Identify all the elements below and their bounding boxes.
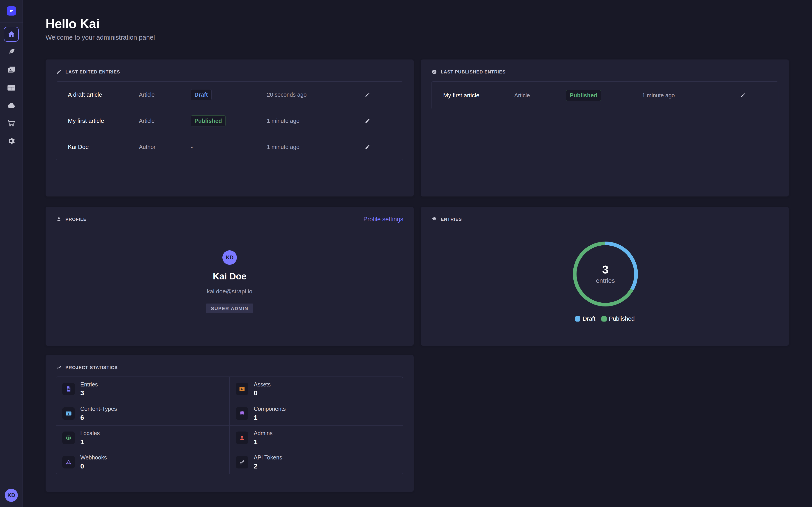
strapi-logo-button[interactable]: [7, 6, 16, 15]
entry-type: Author: [139, 144, 191, 150]
table-row[interactable]: My first article Article Published 1 min…: [56, 108, 403, 134]
panel-entries: ENTRIES 3 entries Draft Published: [421, 207, 789, 346]
table-row[interactable]: My first article Article Published 1 min…: [432, 81, 778, 109]
table-row[interactable]: A draft article Article Draft 20 seconds…: [56, 81, 403, 108]
edit-entry-button[interactable]: [740, 92, 746, 99]
legend-swatch-draft: [575, 316, 580, 322]
stat-label: Webhooks: [80, 454, 107, 461]
sidebar-item-home[interactable]: [4, 27, 19, 42]
panel-header: LAST EDITED ENTRIES: [56, 69, 120, 75]
stat-value: 0: [80, 462, 107, 470]
panel-header: ENTRIES: [431, 216, 462, 222]
user-avatar-initials: KD: [7, 492, 15, 498]
gear-icon: [7, 136, 16, 146]
sidebar-item-marketplace[interactable]: [6, 118, 16, 128]
profile-avatar-initials: KD: [226, 255, 234, 261]
entry-name: A draft article: [68, 91, 139, 98]
status-badge: -: [191, 144, 193, 151]
entry-type: Article: [514, 92, 566, 99]
cart-icon: [7, 119, 16, 128]
edit-entry-button[interactable]: [364, 118, 371, 124]
panel-header: PROJECT STATISTICS: [56, 364, 118, 371]
webhook-icon: [62, 456, 75, 468]
panel-title: ENTRIES: [441, 217, 462, 222]
check-circle-icon: [431, 69, 437, 75]
sidebar-item-settings[interactable]: [6, 136, 16, 146]
picture-icon: [236, 383, 248, 395]
entry-name: My first article: [443, 92, 514, 99]
stat-label: Content-Types: [80, 406, 117, 412]
person-icon: [236, 432, 248, 444]
profile-avatar: KD: [222, 250, 237, 265]
sidebar-divider-bottom: [0, 484, 22, 484]
profile-name: Kai Doe: [213, 271, 247, 282]
entry-status: Published: [566, 90, 642, 101]
stat-value: 2: [254, 462, 282, 470]
sidebar-item-content-manager[interactable]: [6, 47, 16, 57]
stat-content-types: Content-Types6: [56, 401, 230, 426]
edit-entry-button[interactable]: [364, 92, 371, 98]
stats-grid: Entries3 Assets0 Content-Types6 Componen…: [56, 377, 403, 474]
entries-legend: Draft Published: [421, 315, 789, 322]
panel-profile: PROFILE Profile settings KD Kai Doe kai.…: [46, 207, 414, 346]
trend-up-icon: [56, 364, 62, 371]
stat-assets: Assets0: [230, 377, 403, 401]
user-avatar[interactable]: KD: [5, 489, 18, 502]
sidebar-item-deploy[interactable]: [6, 101, 16, 110]
panel-last-edited-entries: LAST EDITED ENTRIES A draft article Arti…: [46, 59, 414, 196]
strapi-admin-dashboard: KD Hello Kai Welcome to your administrat…: [0, 0, 812, 507]
entry-name: Kai Doe: [68, 144, 139, 151]
edit-entry-button[interactable]: [364, 144, 371, 150]
stat-admins: Admins1: [230, 426, 403, 450]
page-subtitle: Welcome to your administration panel: [46, 34, 155, 41]
status-badge: Published: [566, 90, 601, 101]
sidebar: KD: [0, 0, 23, 507]
stat-api-tokens: API Tokens2: [230, 450, 403, 474]
legend-item-published: Published: [601, 315, 635, 322]
sidebar-item-content-type-builder[interactable]: [6, 83, 16, 93]
stat-value: 3: [80, 389, 98, 397]
sidebar-item-media-library[interactable]: [6, 65, 16, 75]
entry-status: Published: [191, 115, 267, 126]
entry-time: 20 seconds ago: [267, 92, 364, 98]
profile-role-badge: SUPER ADMIN: [206, 303, 253, 313]
table-row[interactable]: Kai Doe Author - 1 minute ago: [56, 134, 403, 160]
globe-icon: [62, 432, 75, 444]
page-title: Hello Kai: [46, 17, 99, 31]
entry-name: My first article: [68, 117, 139, 124]
cloud-icon: [7, 101, 16, 110]
entry-type: Article: [139, 118, 191, 124]
panel-title: LAST EDITED ENTRIES: [65, 69, 120, 74]
entry-status: -: [191, 144, 267, 151]
status-badge: Published: [191, 115, 225, 126]
profile-email: kai.doe@strapi.io: [207, 288, 252, 295]
stat-entries: Entries3: [56, 377, 230, 401]
stat-value: 1: [254, 438, 272, 446]
legend-label-draft: Draft: [582, 315, 595, 322]
sidebar-divider-top: [0, 22, 22, 23]
stat-webhooks: Webhooks0: [56, 450, 230, 474]
layout-icon: [7, 83, 16, 93]
pencil-icon: [364, 92, 370, 98]
stat-label: API Tokens: [254, 454, 282, 461]
panel-title: LAST PUBLISHED ENTRIES: [441, 69, 506, 74]
legend-label-published: Published: [609, 315, 635, 322]
last-edited-table: A draft article Article Draft 20 seconds…: [56, 81, 403, 160]
stat-label: Admins: [254, 430, 272, 437]
strapi-logo-icon: [9, 8, 14, 14]
pencil-icon: [740, 93, 746, 98]
profile-body: KD Kai Doe kai.doe@strapi.io SUPER ADMIN: [46, 207, 414, 346]
stat-components: Components1: [230, 401, 403, 426]
key-icon: [236, 456, 248, 468]
stat-value: 1: [80, 438, 100, 446]
pencil-icon: [364, 118, 370, 124]
images-icon: [7, 65, 16, 74]
file-icon: [62, 383, 75, 395]
stat-value: 0: [254, 389, 271, 397]
panel-project-statistics: PROJECT STATISTICS Entries3 Assets0 Cont…: [46, 355, 414, 492]
entry-time: 1 minute ago: [642, 92, 740, 99]
home-icon: [7, 30, 15, 38]
stat-value: 1: [254, 414, 286, 421]
entry-type: Article: [139, 92, 191, 98]
entries-donut: [571, 240, 639, 308]
